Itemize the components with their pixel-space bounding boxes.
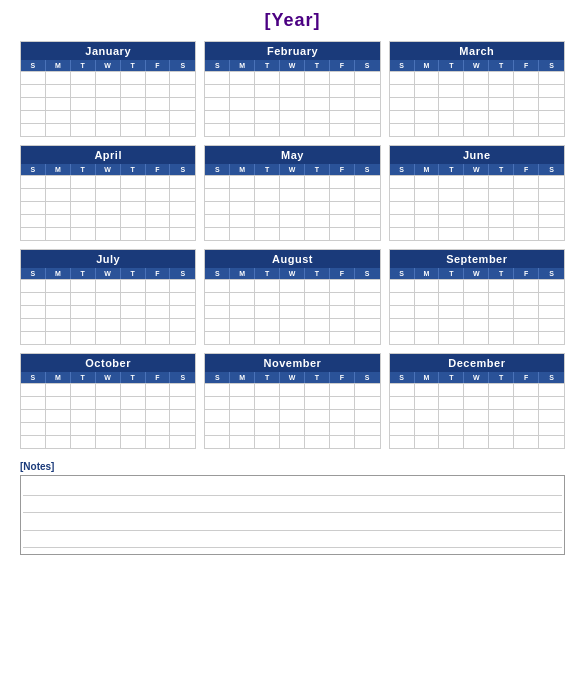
day-cell — [46, 410, 71, 422]
day-cell — [46, 98, 71, 110]
day-cell — [390, 423, 415, 435]
day-row — [21, 383, 195, 396]
day-cell — [305, 98, 330, 110]
day-cell — [96, 436, 121, 448]
month-title-october: October — [21, 354, 195, 372]
calendar-grid: JanuarySMTWTFSFebruarySMTWTFSMarchSMTWTF… — [20, 41, 565, 449]
day-cell — [170, 215, 195, 227]
day-row — [390, 396, 564, 409]
day-cell — [230, 124, 255, 136]
day-cell — [205, 280, 230, 292]
day-row — [390, 227, 564, 240]
day-cell — [46, 319, 71, 331]
day-cell — [280, 397, 305, 409]
day-header: S — [355, 60, 380, 71]
day-cell — [330, 397, 355, 409]
day-cell — [21, 85, 46, 97]
month-block-january: JanuarySMTWTFS — [20, 41, 196, 137]
day-cell — [439, 332, 464, 344]
day-row — [21, 84, 195, 97]
day-cell — [46, 72, 71, 84]
day-cell — [514, 98, 539, 110]
day-cell — [146, 384, 171, 396]
day-cell — [170, 306, 195, 318]
day-cell — [205, 436, 230, 448]
day-cell — [255, 228, 280, 240]
day-cell — [230, 176, 255, 188]
day-cell — [255, 384, 280, 396]
day-cell — [355, 384, 380, 396]
day-cell — [390, 72, 415, 84]
day-cell — [96, 228, 121, 240]
day-cell — [330, 111, 355, 123]
day-cell — [305, 72, 330, 84]
day-cell — [205, 215, 230, 227]
day-cell — [390, 280, 415, 292]
day-cell — [280, 98, 305, 110]
day-header: S — [170, 268, 195, 279]
day-header: T — [489, 60, 514, 71]
day-cell — [464, 384, 489, 396]
day-header: M — [46, 164, 71, 175]
day-header: W — [280, 60, 305, 71]
day-row — [21, 97, 195, 110]
day-cell — [205, 410, 230, 422]
day-cell — [464, 111, 489, 123]
notes-line-2 — [23, 499, 562, 513]
day-row — [21, 331, 195, 344]
month-title-september: September — [390, 250, 564, 268]
day-cell — [355, 85, 380, 97]
notes-line-4 — [23, 534, 562, 548]
day-cell — [255, 98, 280, 110]
day-cell — [539, 85, 564, 97]
day-cell — [539, 319, 564, 331]
day-cell — [539, 332, 564, 344]
day-row — [21, 422, 195, 435]
day-cell — [355, 423, 380, 435]
day-cell — [305, 85, 330, 97]
day-cell — [71, 202, 96, 214]
month-title-february: February — [205, 42, 379, 60]
day-cell — [355, 124, 380, 136]
day-row — [390, 84, 564, 97]
day-cell — [330, 319, 355, 331]
day-cell — [305, 228, 330, 240]
day-cell — [121, 72, 146, 84]
day-cell — [439, 72, 464, 84]
day-header: M — [46, 372, 71, 383]
day-header: F — [330, 164, 355, 175]
day-cell — [355, 397, 380, 409]
day-cell — [205, 189, 230, 201]
day-cell — [390, 293, 415, 305]
day-row — [205, 110, 379, 123]
day-cell — [71, 85, 96, 97]
day-cell — [205, 423, 230, 435]
day-cell — [539, 423, 564, 435]
day-cell — [280, 189, 305, 201]
day-cell — [355, 306, 380, 318]
day-cell — [230, 293, 255, 305]
day-cell — [146, 293, 171, 305]
day-cell — [539, 293, 564, 305]
notes-box[interactable] — [20, 475, 565, 555]
day-cell — [390, 85, 415, 97]
day-cell — [415, 72, 440, 84]
day-cell — [464, 85, 489, 97]
day-header: S — [390, 268, 415, 279]
month-block-february: FebruarySMTWTFS — [204, 41, 380, 137]
day-cell — [146, 332, 171, 344]
day-cell — [415, 280, 440, 292]
month-title-november: November — [205, 354, 379, 372]
day-cell — [355, 280, 380, 292]
day-header: W — [96, 372, 121, 383]
day-cell — [205, 293, 230, 305]
day-cell — [146, 436, 171, 448]
day-cell — [255, 397, 280, 409]
day-header: F — [514, 372, 539, 383]
day-cell — [230, 436, 255, 448]
day-header: T — [255, 164, 280, 175]
day-cell — [514, 319, 539, 331]
day-cell — [464, 189, 489, 201]
day-cell — [305, 410, 330, 422]
month-block-november: NovemberSMTWTFS — [204, 353, 380, 449]
